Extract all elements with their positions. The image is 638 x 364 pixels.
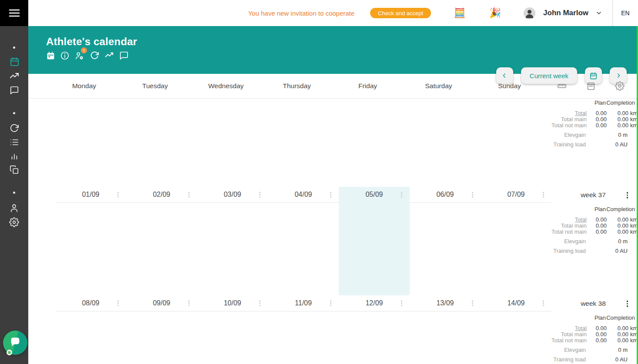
week-menu-button[interactable]	[626, 191, 629, 199]
cooperation-requests-button[interactable]: !	[74, 51, 85, 60]
alert-badge: !	[81, 47, 87, 53]
chevron-left-icon	[501, 72, 508, 79]
day-menu-button[interactable]	[400, 300, 403, 307]
week-row: PlanCompletionTotal0.000.00kmTotal main0…	[28, 99, 638, 187]
day-cell[interactable]: 14/09	[481, 295, 551, 364]
day-cell[interactable]: 09/09	[126, 295, 197, 364]
training-load-row: Training load0 AU	[551, 248, 635, 254]
calendar-settings-button[interactable]	[615, 81, 625, 91]
menu-button[interactable]	[0, 0, 28, 26]
week-stats: PlanCompletionTotal0.000.00kmTotal main0…	[551, 205, 635, 254]
day-cell[interactable]: 03/09	[197, 187, 268, 295]
day-name-label: Tuesday	[126, 82, 197, 90]
week-stats: PlanCompletionTotal0.000.00kmTotal main0…	[551, 99, 635, 148]
calculator-icon[interactable]: 🧮	[454, 8, 465, 18]
language-selector[interactable]: EN	[612, 0, 638, 26]
week-stats-panel: PlanCompletionTotal0.000.00kmTotal main0…	[551, 99, 638, 187]
gear-icon	[615, 81, 625, 91]
main-area: You have new invitation to cooperate Che…	[28, 0, 638, 364]
sidebar-item-progress[interactable]	[9, 71, 20, 81]
day-menu-button[interactable]	[329, 300, 332, 307]
user-icon	[9, 203, 19, 213]
calendar-icon	[9, 56, 20, 67]
day-menu-button[interactable]	[117, 191, 120, 199]
ruler-icon	[557, 81, 567, 91]
day-menu-button[interactable]	[329, 191, 332, 199]
chat-widget-button[interactable]	[3, 331, 27, 355]
day-cell[interactable]: 13/09	[410, 295, 481, 364]
sidebar-item-templates[interactable]	[10, 165, 19, 175]
day-menu-button[interactable]	[542, 300, 545, 307]
week-menu-button[interactable]	[626, 300, 629, 308]
day-cell[interactable]: 06/09	[410, 187, 481, 295]
day-cell[interactable]: 12/09	[339, 295, 410, 364]
user-menu[interactable]: John Marlow	[524, 7, 602, 19]
online-status-dot	[7, 350, 12, 355]
day-cell[interactable]: 10/09	[197, 295, 268, 364]
stat-plan-value: 0.00	[587, 229, 607, 235]
sidebar-item-calendar[interactable]	[9, 56, 20, 67]
stat-unit: km	[628, 229, 636, 235]
day-menu-button[interactable]	[400, 191, 403, 199]
stat-completion-value: 0.00	[607, 116, 628, 122]
stat-unit: km	[628, 217, 636, 223]
sidebar-item-profile[interactable]	[9, 202, 19, 213]
date-row: 10/09	[197, 295, 268, 311]
day-cell-selected[interactable]: 05/09	[339, 187, 410, 295]
totals-table: Total0.000.00kmTotal main0.000.00kmTotal…	[551, 325, 635, 344]
day-menu-button[interactable]	[258, 300, 261, 307]
date-label: 02/09	[153, 191, 170, 199]
stat-row-label[interactable]: Total	[551, 217, 587, 223]
day-cell[interactable]: 11/09	[268, 295, 339, 364]
info-button[interactable]	[60, 51, 70, 60]
completion-column-header: Completion	[606, 205, 635, 213]
day-menu-button[interactable]	[471, 300, 474, 307]
date-row: 14/09	[481, 295, 551, 311]
day-menu-button[interactable]	[258, 191, 261, 199]
party-popper-icon[interactable]: 🎉	[489, 8, 501, 18]
day-cell[interactable]: 02/09	[126, 187, 197, 295]
elevgain-value: 0 m	[606, 132, 628, 138]
day-menu-button[interactable]	[117, 300, 120, 307]
sidebar-item-settings[interactable]	[9, 217, 19, 227]
day-menu-button[interactable]	[542, 191, 545, 199]
comments-button[interactable]	[119, 51, 129, 60]
sidebar-item-statistics[interactable]	[10, 151, 19, 161]
refresh-button[interactable]	[90, 51, 99, 60]
sidebar-nav	[0, 26, 28, 227]
ruler-button[interactable]	[557, 81, 567, 91]
sidebar-item-list[interactable]	[9, 137, 19, 147]
day-cell[interactable]: 08/09	[55, 295, 126, 364]
check-and-accept-button[interactable]: Check and accept	[370, 8, 431, 18]
date-row: 12/09	[339, 295, 410, 311]
week-summary-button[interactable]	[586, 81, 596, 91]
day-cell[interactable]: 01/09	[55, 187, 126, 295]
date-label: 07/09	[507, 191, 524, 199]
calendar-view-button[interactable]	[46, 51, 55, 60]
stat-unit: km	[628, 331, 636, 338]
date-label: 09/09	[153, 299, 170, 307]
sidebar-item-sync[interactable]	[9, 123, 19, 133]
elevgain-row: Elevgain0 m	[551, 347, 635, 353]
stat-row-label[interactable]: Total	[551, 110, 587, 116]
comment-icon	[119, 51, 129, 60]
day-menu-button[interactable]	[187, 300, 190, 307]
section-dot	[13, 112, 15, 114]
previous-week-button[interactable]	[496, 67, 513, 84]
day-name-label: Saturday	[410, 82, 481, 90]
trend-button[interactable]	[104, 51, 114, 60]
week-stats-panel: week 38PlanCompletionTotal0.000.00kmTota…	[551, 295, 638, 364]
stat-row-label[interactable]: Total	[551, 325, 587, 331]
day-name-label: Friday	[339, 82, 410, 90]
sidebar-item-chat[interactable]	[10, 85, 19, 96]
date-row: 09/09	[126, 295, 197, 311]
day-cell[interactable]: 07/09	[481, 187, 551, 295]
day-menu-button[interactable]	[187, 191, 190, 199]
date-row: 13/09	[410, 295, 481, 311]
copy-icon	[10, 165, 19, 175]
day-cell[interactable]: 04/09	[268, 187, 339, 295]
day-menu-button[interactable]	[471, 191, 474, 199]
totals-table: Total0.000.00kmTotal main0.000.00kmTotal…	[551, 110, 635, 129]
stat-plan-value: 0.00	[587, 110, 607, 116]
training-load-label: Training load	[551, 357, 586, 363]
